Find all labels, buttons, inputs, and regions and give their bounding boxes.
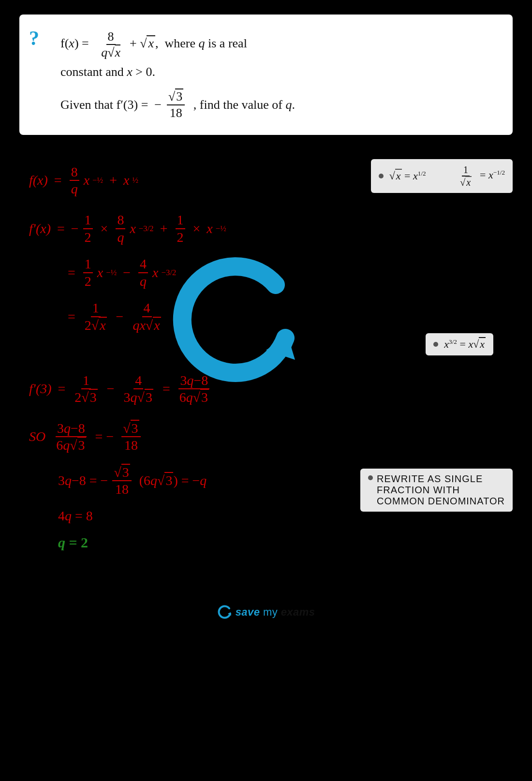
step6-frac2: √3 18 bbox=[121, 420, 140, 454]
helper-identity-2: 1 √x = x−1/2 bbox=[457, 164, 505, 188]
step5-frac1: 1 2√3 bbox=[73, 372, 99, 406]
step3-4q: 4 q bbox=[138, 256, 148, 289]
step2-half2: 1 2 bbox=[176, 212, 185, 245]
question-line1: f(x) = 8 q√x + √x, where q is a real bbox=[60, 29, 493, 60]
question-box: ? f(x) = 8 q√x + √x, where q is a real c… bbox=[19, 15, 513, 135]
brand-icon bbox=[217, 605, 232, 619]
step2-8q: 8 q bbox=[116, 212, 125, 245]
step2-label: f′(x) bbox=[29, 221, 51, 236]
helper-identity-1: √x = x1/2 bbox=[389, 170, 426, 182]
question-line3: Given that f′(3) = − √3 18 , find the va… bbox=[60, 89, 493, 120]
step-q2: q = 2 bbox=[58, 534, 503, 551]
step8-text: 4q = 8 bbox=[58, 508, 93, 524]
step4-frac1: 1 2√x bbox=[83, 300, 108, 333]
step9-text: q = 2 bbox=[58, 534, 88, 551]
helper-box-sqrt-identities: √x = x1/2 1 √x = x−1/2 bbox=[371, 159, 513, 193]
so-label: SO bbox=[29, 429, 45, 444]
helper-dot-1 bbox=[379, 174, 384, 178]
step-fpx: f′(x) = − 1 2 × 8 q x−3/2 + 1 2 × x−½ bbox=[29, 212, 503, 245]
step1-coeff: 8 q bbox=[70, 164, 79, 197]
helper-box-x32: x3/2 = x√x bbox=[426, 333, 493, 355]
helper-identity-sep bbox=[438, 170, 446, 182]
footer: save my exams bbox=[0, 590, 532, 634]
helper-rewrite-line1: REWRITE AS SINGLE bbox=[377, 473, 505, 485]
step4-frac2: 4 qx√x bbox=[131, 300, 162, 333]
solution-area: √x = x1/2 1 √x = x−1/2 f(x) = 8 q x−½ + … bbox=[0, 149, 532, 571]
step2-half1: 1 2 bbox=[83, 212, 93, 245]
helper-rewrite-line2: FRACTION WITH bbox=[377, 485, 505, 496]
question-line2: constant and x > 0. bbox=[60, 65, 493, 79]
helper-rewrite-line3: COMMON DENOMINATOR bbox=[377, 496, 505, 507]
step5-label: f′(3) bbox=[29, 381, 52, 397]
helper-dot-3 bbox=[368, 475, 373, 480]
step1-label: f(x) bbox=[29, 173, 48, 188]
helper-x32-text: x3/2 = x√x bbox=[444, 338, 486, 351]
step-so: SO 3q−8 6q√3 = − √3 18 bbox=[29, 420, 503, 454]
helper-box-rewrite: REWRITE AS SINGLE FRACTION WITH COMMON D… bbox=[360, 469, 513, 512]
step5-frac2: 4 3q√3 bbox=[122, 372, 155, 406]
blue-arrow-decoration bbox=[164, 256, 300, 391]
question-icon: ? bbox=[29, 28, 39, 48]
helper-dot-2 bbox=[433, 342, 438, 347]
step7-frac: √3 18 bbox=[112, 464, 131, 498]
step3-half: 1 2 bbox=[83, 256, 93, 289]
step6-frac1: 3q−8 6q√3 bbox=[55, 420, 87, 454]
footer-brand-text: save my exams bbox=[236, 606, 315, 619]
